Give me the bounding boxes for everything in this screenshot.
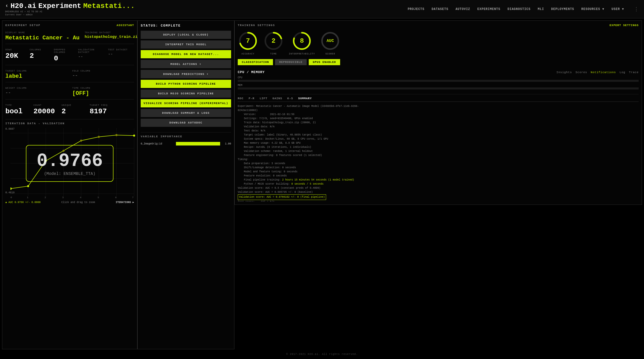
variable-importance-header: VARIABLE IMPORTANCE [141, 135, 231, 138]
big-score-model: (Model: ENSEMBLE_TTA) [37, 172, 103, 176]
scores-tab[interactable]: Scores [576, 71, 587, 74]
deploy-button[interactable]: DEPLOY (LOCAL & CLOUD) [141, 31, 231, 39]
insights-tab[interactable]: Insights [556, 71, 572, 74]
summary-recipe: Recipe: AutoDL (0 iterations, 1 individu… [238, 145, 639, 149]
type-label: TYPE [5, 104, 31, 107]
type-stats-row: TYPE bool COUNT 20000 UNIQUE 2 TARGET FR… [5, 102, 134, 115]
experiment-setup-panel: EXPERIMENT SETUP ASSISTANT DISPLAY NAME … [2, 20, 137, 349]
summary-target: Target column: label (binary, 40.985% ta… [238, 133, 639, 137]
download-autodoc-button[interactable]: DOWNLOAD AUTODOC [141, 119, 231, 127]
gpus-enabled-tag[interactable]: GPUS ENABLED [309, 59, 340, 65]
target-freq-label: TARGET FREQ [90, 104, 115, 107]
summary-val-score-1: Validation score: AUC = 0.5 (constant pr… [238, 186, 639, 190]
trace-tab[interactable]: Trace [629, 71, 639, 74]
nav-projects[interactable]: PROJECTS [408, 7, 425, 11]
status-header: STATUS: COMPLETE [141, 24, 231, 28]
big-score-value: 0.9766 [37, 151, 103, 172]
brand-subtitle2: Current User — admin [5, 14, 135, 16]
build-mojo-button[interactable]: BUILD MOJO SCORING PIPELINE [141, 89, 231, 98]
nav-mli[interactable]: MLI [538, 7, 544, 11]
time-label: TIME [270, 53, 277, 55]
nav-back-icon[interactable]: ‹ [5, 3, 8, 9]
build-python-button[interactable]: BUILD PYTHON SCORING PIPELINE [141, 80, 231, 88]
summary-feature-evolution: Feature evolution: 0 seconds [238, 174, 639, 178]
svg-point-21 [27, 185, 29, 187]
dropped-columns-label: DROPPED COLUMNS [54, 49, 74, 54]
nav-datasets[interactable]: DATASETS [432, 7, 448, 11]
nav-user[interactable]: USER ▼ [612, 7, 624, 11]
summary-scorer-building: Python / MOJO scorer building: 0 seconds… [238, 182, 639, 186]
iteration-chart[interactable]: 0.9887 0.4819 0 1 [5, 128, 134, 199]
summary-model-tuning: Model and feature tuning: 0 seconds [238, 170, 639, 174]
nav-resources[interactable]: RESOURCES ▼ [581, 7, 604, 11]
gains-tab[interactable]: GAINS [272, 97, 282, 100]
roc-tab[interactable]: ROC [238, 97, 244, 100]
columns-value: 2 [30, 52, 50, 60]
mem-bar [238, 87, 639, 89]
var-value: 1.00 [222, 142, 231, 145]
summary-line-1: Experiment: Metastatic Cancer - Automati… [238, 104, 639, 108]
dials-row: 7 ACCURACY 2 TIME [238, 31, 639, 55]
interpret-button[interactable]: INTERPRET THIS MODEL [141, 40, 231, 49]
summary-val-score-2: Validation score: AUC = 0.695735 +/- 0 (… [238, 190, 639, 194]
cpu-memory-title: CPU / MEMORY [238, 70, 265, 74]
nav-deployments[interactable]: DEPLOYMENTS [551, 7, 574, 11]
pr-tab[interactable]: P-R [249, 97, 255, 100]
scorer-dial: AUC SCORER [320, 31, 340, 55]
test-dataset-label: TEST DATASET [108, 49, 134, 51]
reproducible-tag[interactable]: REPRODUCIBLE [275, 59, 306, 65]
roc-tabs: ROC P-R LIFT GAINS K-S SUMMARY [238, 97, 639, 102]
validation-dataset-value: -- [78, 54, 104, 59]
summary-specs: System specs: Docker/Linux, 60 GB, 8 CPU… [238, 137, 639, 141]
classification-tag[interactable]: CLASSIFICATION [238, 59, 273, 65]
nav-experiments[interactable]: EXPERIMENTS [477, 7, 500, 11]
weight-column-label: WEIGHT COLUMN [5, 87, 67, 89]
lift-tab[interactable]: LIFT [260, 97, 267, 100]
target-freq-value: 8197 [90, 107, 115, 115]
svg-text:1: 1 [27, 196, 28, 199]
summary-tab[interactable]: SUMMARY [298, 97, 312, 100]
weight-time-row: WEIGHT COLUMN -- TIME COLUMN [OFF] [5, 85, 134, 97]
nav-autoviz[interactable]: AUTOVIZ [456, 7, 470, 11]
fold-column-value: -- [72, 73, 134, 78]
validation-dataset-label: VALIDATION DATASET [78, 49, 104, 54]
rows-label: ROWS [5, 49, 26, 51]
var-bar-fill [176, 142, 220, 145]
svg-text:0: 0 [10, 196, 12, 199]
summary-validation-data: Validation data: N/A [238, 125, 639, 129]
download-predictions-button[interactable]: DOWNLOAD PREDICTIONS ▾ [141, 70, 231, 78]
notifications-tab[interactable]: Notifications [591, 71, 616, 74]
cpu-bar [238, 80, 639, 82]
ks-tab[interactable]: K-S [287, 97, 293, 100]
training-settings-panel: TRAINING SETTINGS EXPERT SETTINGS 7 ACCU… [234, 20, 642, 205]
diagnose-button[interactable]: DIAGNOSE MODEL ON NEW DATASET... [141, 50, 231, 58]
rows-value: 20K [5, 52, 26, 60]
chart-iterations-label: ITERATIONS ▶ [116, 201, 134, 204]
footer-text: © 2017-2021 H2O.ai. All rights reserved. [286, 353, 358, 356]
experiment-name: Metastati... [83, 2, 135, 10]
summary-val-score-final: Validation score: AUC = 0.9766192 +/- 0 … [238, 194, 326, 200]
interpretability-label: INTERPRETABILITY [289, 53, 315, 55]
nav-extra-icon[interactable]: ⋮ [634, 6, 639, 12]
log-tab[interactable]: Log [619, 71, 625, 74]
assistant-button[interactable]: ASSISTANT [117, 24, 134, 27]
cpu-label: CPU [238, 76, 639, 79]
model-actions-button[interactable]: MODEL ACTIONS ▾ [141, 60, 231, 68]
variable-importance-item: 0_ImageOrig:id 1.00 [141, 142, 231, 145]
download-summary-button[interactable]: DOWNLOAD SUMMARY & LOGS [141, 109, 231, 117]
visualize-scoring-button[interactable]: VISUALIZE SCORING PIPELINE (EXPERIMENTAL… [141, 99, 231, 107]
expert-settings-button[interactable]: EXPERT SETTINGS [610, 24, 639, 27]
summary-memory: Max memory usage: 4.22 GB, 8.8 GB GPU [238, 141, 639, 145]
training-dataset-value: histopathology_train.zip [85, 35, 140, 39]
type-value: bool [5, 107, 31, 115]
svg-text:6: 6 [115, 196, 117, 199]
scorer-label: SCORER [325, 53, 335, 55]
target-column-label: TARGET COLUMN [5, 70, 67, 72]
summary-pipeline-training: Final pipeline training: 2 hours 15 minu… [238, 178, 639, 182]
nav-diagnostics[interactable]: DIAGNOSTICS [508, 7, 531, 11]
fold-column-label: FOLD COLUMN [72, 70, 134, 72]
summary-content: Experiment: Metastatic Cancer - Automati… [238, 104, 639, 201]
training-dataset-label: TRAINING DATASET [85, 31, 140, 34]
summary-data-prep: Data preparation: 3 seconds [238, 162, 639, 166]
accuracy-label: ACCURACY [241, 53, 254, 55]
